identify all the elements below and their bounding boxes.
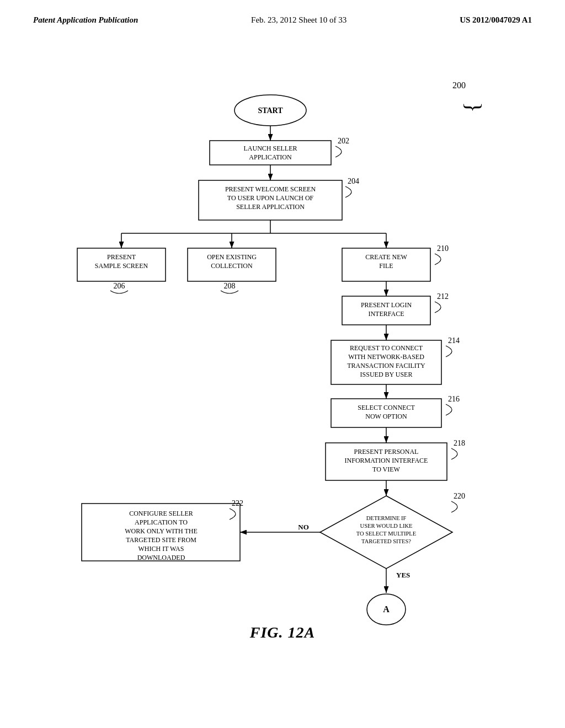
flowchart-svg: 200 } START LAUNCH SELLER APPLICATION 20… [0, 30, 565, 670]
node-214-text2: WITH NETWORK-BASED [348, 353, 424, 361]
fig-label: FIG. 12A [250, 624, 315, 641]
label-200: 200 [452, 81, 466, 90]
ref-204-curl [345, 186, 351, 197]
node-214-text4: ISSUED BY USER [360, 371, 413, 378]
ref-202: 202 [338, 137, 349, 145]
node-208-text1: OPEN EXISTING [207, 253, 257, 261]
brace-200: } [461, 102, 486, 113]
node-A-label: A [383, 604, 390, 614]
node-202-text1: LAUNCH SELLER [244, 144, 297, 152]
start-label: START [258, 106, 283, 115]
node-214-text3: TRANSACTION FACILITY [347, 362, 425, 370]
node-206-text1: PRESENT [107, 253, 136, 261]
node-212-text2: INTERFACE [368, 310, 404, 318]
ref-210: 210 [437, 244, 449, 253]
ref-214: 214 [448, 336, 460, 345]
node-222-text2: APPLICATION TO [135, 518, 188, 526]
node-216-text2: NOW OPTION [365, 413, 407, 420]
page-header: Patent Application Publication Feb. 23, … [0, 0, 565, 25]
ref-212-curl [435, 302, 441, 313]
node-222-text5: WHICH IT WAS [138, 545, 184, 553]
diagram-area: 200 } START LAUNCH SELLER APPLICATION 20… [0, 30, 565, 670]
label-yes: YES [396, 571, 410, 579]
node-222-text4: TARGETED SITE FROM [126, 536, 196, 544]
node-220-text4: TARGETED SITES? [361, 538, 411, 544]
ref-212: 212 [437, 292, 449, 301]
ref-216-curl [446, 404, 452, 415]
ref-202-curl [335, 146, 342, 157]
ref-210-curl [435, 254, 441, 265]
node-218-text1: PRESENT PERSONAL [354, 448, 419, 456]
ref-204: 204 [348, 177, 359, 185]
node-210-text2: FILE [379, 262, 393, 270]
node-212-text1: PRESENT LOGIN [361, 301, 412, 309]
header-center: Feb. 23, 2012 Sheet 10 of 33 [251, 15, 347, 25]
node-202-text2: APPLICATION [249, 153, 292, 161]
node-216-text1: SELECT CONNECT [358, 404, 415, 411]
ref-206-curl [110, 291, 128, 293]
header-right: US 2012/0047029 A1 [460, 15, 532, 25]
node-222-text1: CONFIGURE SELLER [129, 510, 193, 517]
node-214-text1: REQUEST TO CONNECT [350, 344, 423, 352]
node-222-text3: WORK ONLY WITH THE [125, 527, 198, 535]
ref-208-curl [221, 291, 238, 293]
node-222-text6: DOWNLOADED [137, 554, 185, 561]
ref-216: 216 [448, 395, 460, 403]
node-204-text1: PRESENT WELCOME SCREEN [225, 185, 316, 193]
node-220-text3: TO SELECT MULTIPLE [356, 531, 416, 537]
node-208-text2: COLLECTION [211, 262, 253, 270]
header-left: Patent Application Publication [33, 15, 138, 25]
node-204-text3: SELLER APPLICATION [236, 203, 305, 211]
node-204-text2: TO USER UPON LAUNCH OF [227, 194, 314, 202]
ref-206: 206 [114, 282, 125, 290]
node-220-text1: DETERMINE IF [366, 515, 407, 521]
node-206-text2: SAMPLE SCREEN [95, 262, 148, 270]
node-220-text2: USER WOULD LIKE [360, 523, 413, 529]
ref-218: 218 [454, 439, 465, 447]
ref-214-curl [446, 346, 452, 357]
label-no: NO [298, 523, 309, 531]
ref-220-curl [451, 501, 457, 512]
ref-220: 220 [454, 492, 465, 500]
node-218-text3: TO VIEW [372, 465, 401, 473]
node-210-text1: CREATE NEW [365, 253, 407, 261]
ref-222: 222 [232, 499, 243, 507]
ref-218-curl [451, 448, 457, 459]
ref-208: 208 [224, 282, 236, 290]
node-218-text2: INFORMATION INTERFACE [345, 457, 428, 464]
